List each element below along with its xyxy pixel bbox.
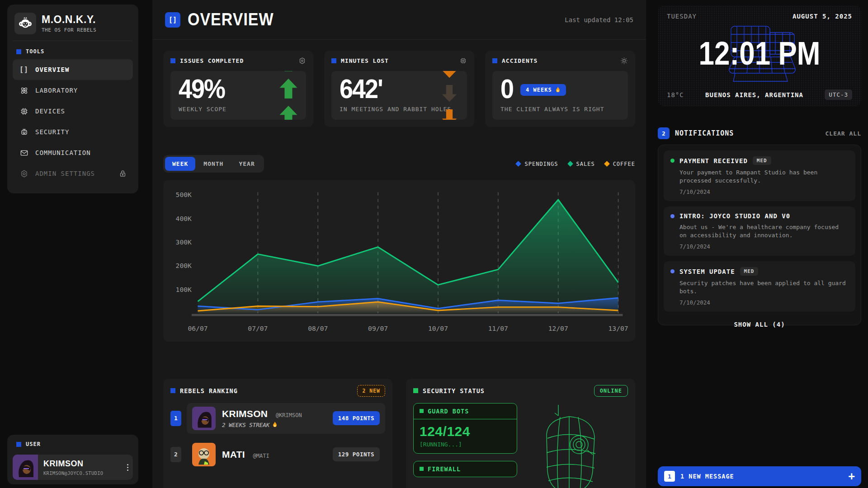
legend-spendings: SPENDINGS (516, 161, 558, 167)
blue-square-icon (492, 58, 497, 63)
notification-body: Your payment to Rampant Studio has been … (679, 169, 849, 184)
chip-gear-icon[interactable] (459, 57, 467, 65)
guard-bots-card: GUARD BOTS 124/124 [RUNNING...] (413, 403, 517, 454)
plus-icon[interactable]: + (849, 471, 855, 482)
temperature: 18°C (667, 91, 684, 99)
sun-gear-icon[interactable] (620, 57, 628, 65)
new-badge: 2 NEW (357, 385, 385, 397)
new-message-bar[interactable]: 1 1 NEW MESSAGE + (658, 466, 861, 486)
guard-bots-count: 124/124 (414, 419, 517, 440)
diamond-icon (516, 161, 522, 167)
sidebar: M.O.N.K.Y. THE OS FOR REBELS TOOLS [] OV… (7, 5, 138, 193)
notification-intro[interactable]: INTRO: JOYCO STUDIO AND V0 About us - We… (664, 206, 855, 256)
rank-number: 1 (170, 411, 181, 426)
blue-square-icon (170, 58, 175, 63)
stat-card-accidents: ACCIDENTS 0 4 WEEKS THE CLIENT ALWAYS IS… (485, 51, 635, 127)
avatar (192, 407, 216, 430)
robot-icon (19, 128, 29, 136)
clear-all-button[interactable]: CLEAR ALL (826, 130, 861, 137)
sidebar-item-label: OVERVIEW (35, 66, 69, 73)
range-tabs: WEEK MONTH YEAR (163, 155, 264, 173)
stat-card-minutes-lost: MINUTES LOST 642' IN MEETINGS AND RABBIT… (324, 51, 474, 127)
show-all-button[interactable]: SHOW ALL (4) (664, 317, 855, 330)
blue-square-icon (170, 388, 175, 393)
legend-coffee: COFFEE (605, 161, 635, 167)
tab-month[interactable]: MONTH (196, 157, 231, 171)
brackets-icon: [] (19, 66, 29, 74)
chart-legend: SPENDINGS SALES COFFEE (516, 161, 635, 167)
last-updated: Last updated 12:05 (565, 16, 633, 23)
user-name: KRIMSON (43, 459, 117, 469)
notification-date: 7/10/2024 (679, 243, 849, 250)
stat-card-issues-completed: ISSUES COMPLETED 49% WEEKLY SCOPE (163, 51, 313, 127)
sidebar-item-label: DEVICES (35, 108, 65, 115)
rebel-streak: 2 WEEKS STREAK (222, 422, 302, 428)
ranking-row-1[interactable]: 1 KRIMSON @KRIMSON 2 (170, 403, 385, 434)
notification-body: Security patches have been applied to al… (679, 279, 849, 295)
green-square-icon (420, 467, 424, 471)
app-name: M.O.N.K.Y. (42, 14, 96, 25)
lock-icon (119, 170, 127, 178)
trend-up-icon (278, 71, 299, 120)
points-badge: 129 POINTS (333, 447, 380, 461)
hex-gear-icon[interactable] (298, 57, 306, 65)
app-logo: M.O.N.K.Y. THE OS FOR REBELS (13, 10, 133, 41)
online-badge: ONLINE (594, 385, 628, 397)
security-status-card: SECURITY STATUS ONLINE GUARD BOTS 124/12… (406, 379, 635, 488)
ranking-row-2[interactable]: 2 MATI @MATI 129 POINTS (170, 439, 385, 470)
location: BUENOS AIRES, ARGENTINA (684, 91, 825, 99)
sidebar-item-label: LABORATORY (35, 87, 78, 94)
tab-week[interactable]: WEEK (165, 157, 195, 171)
blue-square-icon (16, 442, 21, 447)
legend-sales: SALES (568, 161, 595, 167)
sidebar-item-label: SECURITY (35, 128, 69, 136)
sidebar-item-security[interactable]: SECURITY (13, 122, 133, 142)
notification-system-update[interactable]: SYSTEM UPDATE MED Security patches have … (664, 261, 855, 312)
priority-badge: MED (740, 267, 759, 276)
green-square-icon (420, 409, 424, 413)
monkey-icon (14, 13, 36, 34)
current-time: 12:01 PM (699, 35, 821, 72)
notifications-panel: PAYMENT RECEIVED MED Your payment to Ram… (658, 145, 861, 325)
kebab-menu-icon[interactable] (123, 464, 133, 471)
stats-row: ISSUES COMPLETED 49% WEEKLY SCOPE (163, 51, 635, 127)
area-chart[interactable]: 100K200K300K400K500K06/0707/0708/0709/07… (163, 180, 635, 342)
security-title: SECURITY STATUS (423, 387, 485, 394)
streak-badge: 4 WEEKS (520, 84, 566, 96)
fire-icon (272, 422, 278, 428)
fire-icon (555, 87, 561, 93)
blue-square-icon (16, 49, 21, 54)
sidebar-item-label: ADMIN SETTINGS (35, 170, 95, 177)
chip-icon (19, 107, 29, 116)
user-card[interactable]: KRIMSON KRIMSON@JOYCO.STUDIO (13, 455, 133, 480)
diamond-icon (604, 161, 610, 167)
app-tagline: THE OS FOR REBELS (42, 27, 96, 33)
diamond-icon (567, 161, 573, 167)
sidebar-item-overview[interactable]: [] OVERVIEW (13, 59, 133, 80)
sidebar-item-devices[interactable]: DEVICES (13, 101, 133, 122)
rebels-ranking-card: REBELS RANKING 2 NEW 1 KRIMSON (163, 379, 392, 488)
ranking-title: REBELS RANKING (180, 387, 238, 394)
stat-value: 0 (500, 75, 513, 103)
tab-year[interactable]: YEAR (231, 157, 262, 171)
sidebar-item-laboratory[interactable]: LABORATORY (13, 80, 133, 101)
svg-text:100K: 100K (176, 286, 192, 293)
svg-text:12/07: 12/07 (548, 324, 568, 332)
sidebar-item-communication[interactable]: COMMUNICATION (13, 142, 133, 163)
status-dot-icon (670, 159, 675, 163)
notifications-header: 2 NOTIFICATIONS CLEAR ALL (658, 127, 861, 139)
page-title: OVERVIEW (188, 10, 274, 30)
notification-payment-received[interactable]: PAYMENT RECEIVED MED Your payment to Ram… (664, 150, 855, 201)
svg-text:500K: 500K (176, 191, 192, 198)
status-dot-icon (670, 269, 675, 273)
user-email: KRIMSON@JOYCO.STUDIO (43, 470, 117, 476)
chart-canvas: 100K200K300K400K500K06/0707/0708/0709/07… (170, 184, 629, 340)
clock-widget: TUESDAY AUGUST 5, 2025 12:01 PM 18°C BUE… (658, 5, 861, 106)
sidebar-item-label: COMMUNICATION (35, 149, 91, 156)
svg-text:300K: 300K (176, 238, 192, 246)
stat-title: ISSUES COMPLETED (180, 57, 244, 64)
sidebar-item-admin-settings[interactable]: ADMIN SETTINGS (13, 163, 133, 184)
priority-badge: MED (753, 156, 771, 165)
green-monkey-wireframe (528, 403, 610, 488)
stat-title: ACCIDENTS (502, 57, 538, 64)
